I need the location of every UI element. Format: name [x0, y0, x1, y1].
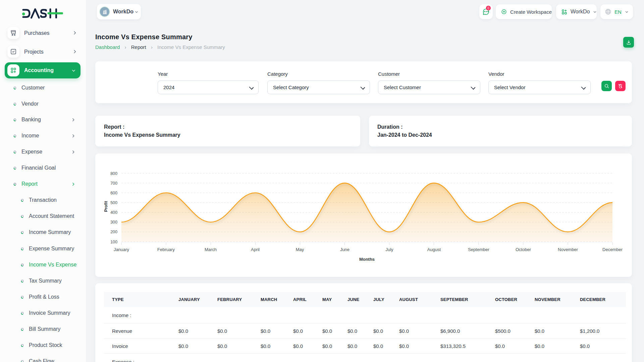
svg-text:November: November [558, 247, 578, 252]
svg-text:September: September [468, 247, 489, 252]
svg-text:700: 700 [110, 181, 117, 186]
svg-text:Months: Months [359, 257, 375, 262]
svg-text:100: 100 [110, 240, 117, 244]
svg-text:October: October [516, 247, 531, 252]
svg-text:July: July [385, 247, 393, 252]
svg-text:March: March [205, 247, 217, 252]
svg-text:May: May [296, 247, 304, 252]
svg-text:August: August [427, 247, 441, 252]
svg-text:June: June [340, 247, 350, 252]
svg-text:800: 800 [110, 171, 117, 176]
svg-text:February: February [157, 247, 175, 252]
svg-text:200: 200 [110, 230, 117, 234]
svg-text:January: January [114, 247, 129, 252]
svg-text:April: April [251, 247, 260, 252]
svg-text:300: 300 [110, 220, 117, 225]
svg-text:December: December [602, 247, 623, 252]
svg-text:500: 500 [110, 200, 117, 205]
svg-text:600: 600 [110, 191, 117, 195]
svg-text:400: 400 [110, 210, 117, 215]
svg-text:Profit: Profit [104, 201, 108, 212]
